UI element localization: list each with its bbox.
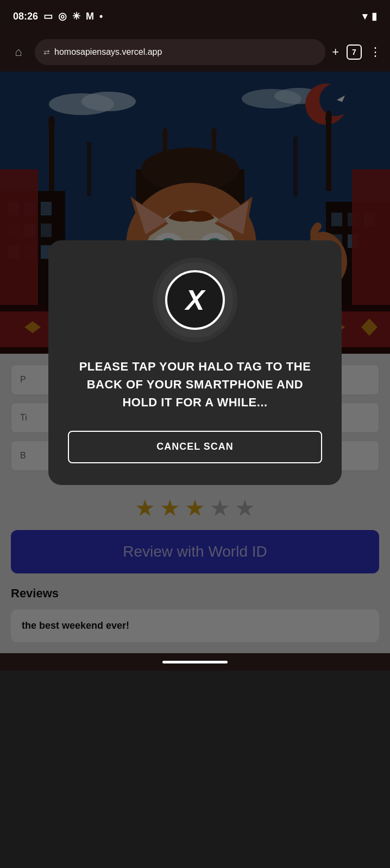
url-bar[interactable]: ⇄ homosapiensays.vercel.app [35, 39, 325, 65]
modal-instruction-text: PLEASE TAP YOUR HALO TAG TO THE BACK OF … [68, 358, 322, 411]
notification-icon: ▭ [43, 10, 53, 22]
new-tab-button[interactable]: + [332, 45, 339, 59]
cancel-scan-button[interactable]: CANCEL SCAN [68, 431, 322, 463]
home-button[interactable]: ⌂ [9, 42, 28, 62]
bottom-bar [0, 653, 390, 671]
home-indicator[interactable] [162, 661, 228, 663]
page-content: ☽ [0, 72, 390, 653]
tab-count-button[interactable]: 7 [347, 44, 362, 60]
status-right: ▾ ▮ [362, 10, 377, 22]
x-letter: X [186, 286, 205, 314]
wifi-icon: ▾ [362, 10, 367, 22]
status-bar: 08:26 ▭ ◎ ✳ M • ▾ ▮ [0, 0, 390, 33]
menu-button[interactable]: ⋮ [369, 45, 381, 59]
gmail-icon: M [86, 11, 94, 22]
url-text: homosapiensays.vercel.app [54, 47, 162, 57]
hotspot-icon: ✳ [72, 10, 80, 22]
secure-icon: ⇄ [43, 48, 50, 56]
time: 08:26 [13, 11, 38, 22]
browser-bar: ⌂ ⇄ homosapiensays.vercel.app + 7 ⋮ [0, 33, 390, 72]
x-icon-inner: X [165, 270, 225, 330]
modal-overlay: X PLEASE TAP YOUR HALO TAG TO THE BACK O… [0, 72, 390, 653]
screen-record-icon: ◎ [58, 10, 67, 22]
browser-actions: + 7 ⋮ [332, 44, 381, 60]
battery-icon: ▮ [372, 10, 377, 22]
dot-indicator: • [99, 11, 103, 22]
halo-scan-modal: X PLEASE TAP YOUR HALO TAG TO THE BACK O… [48, 240, 342, 485]
x-logo-icon: X [157, 262, 233, 338]
status-left: 08:26 ▭ ◎ ✳ M • [13, 10, 103, 22]
